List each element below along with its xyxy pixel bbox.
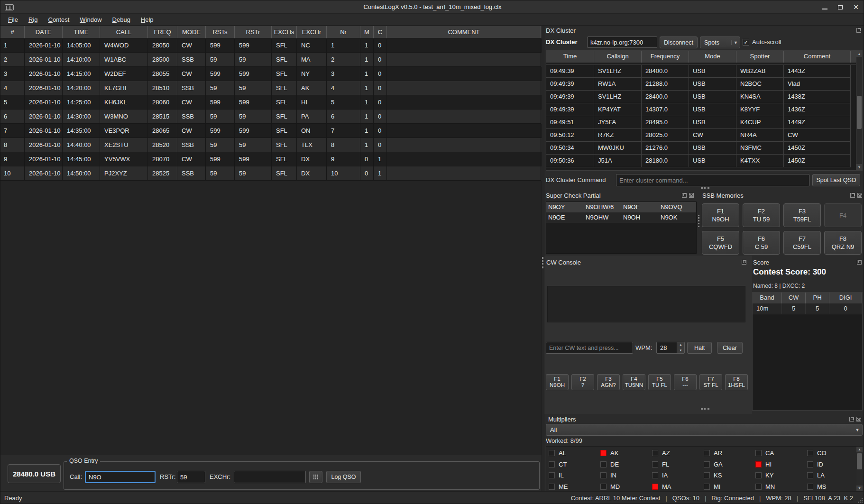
log-row-5[interactable]: 52026-01-1014:25:00KH6JKL28060CW599599SF… bbox=[0, 95, 542, 110]
multiplier-checkbox[interactable] bbox=[807, 461, 813, 467]
multiplier-il[interactable]: IL bbox=[549, 470, 600, 481]
multiplier-in[interactable]: IN bbox=[600, 470, 652, 481]
cw-f6-button[interactable]: F6--- bbox=[674, 374, 697, 390]
spot-col-spotter[interactable]: Spotter bbox=[736, 51, 784, 63]
cw-text-input[interactable] bbox=[546, 342, 633, 354]
scroll-up-icon[interactable]: ▲ bbox=[856, 51, 862, 57]
multiplier-checkbox[interactable] bbox=[807, 472, 813, 478]
multipliers-scrollbar[interactable]: ▲ ▼ bbox=[856, 447, 863, 491]
macro-keypad-button[interactable] bbox=[309, 471, 322, 483]
log-col-comment[interactable]: COMMENT bbox=[387, 26, 541, 38]
scrollbar-thumb[interactable] bbox=[857, 453, 862, 469]
cw-f7-button[interactable]: F7ST FL bbox=[699, 374, 722, 390]
spot-row-8[interactable]: 09:50:36J51A28180.0USBK4TXX1450Z bbox=[546, 155, 862, 167]
log-row-4[interactable]: 42026-01-1014:20:00KL7GHI28510SSB5959SFL… bbox=[0, 81, 542, 95]
log-col-rstr[interactable]: RSTr bbox=[235, 26, 272, 38]
multipliers-filter-dropdown[interactable]: All ▼ bbox=[546, 424, 863, 436]
multiplier-checkbox[interactable] bbox=[755, 472, 762, 478]
log-col-nr[interactable]: Nr bbox=[327, 26, 360, 38]
cw-console-float-icon[interactable] bbox=[742, 260, 746, 265]
spinner-up-icon[interactable]: ▲ bbox=[677, 342, 684, 348]
log-col-mode[interactable]: MODE bbox=[177, 26, 206, 38]
cw-f5-button[interactable]: F5TU FL bbox=[648, 374, 671, 390]
minimize-button[interactable] bbox=[821, 3, 828, 11]
score-float-icon[interactable] bbox=[857, 260, 862, 265]
spot-row-7[interactable]: 09:50:34MW0JKU21276.0USBN3FMC1450Z bbox=[546, 142, 862, 155]
spinner-down-icon[interactable]: ▼ bbox=[677, 348, 684, 354]
log-col-#[interactable]: # bbox=[0, 26, 25, 38]
multiplier-mi[interactable]: MI bbox=[704, 481, 755, 493]
multiplier-ma[interactable]: MA bbox=[652, 481, 704, 493]
multiplier-checkbox[interactable] bbox=[600, 484, 607, 490]
ssb-memory-f8-button[interactable]: F8QRZ N9 bbox=[824, 231, 862, 255]
cw-f2-button[interactable]: F2? bbox=[571, 374, 594, 390]
multiplier-checkbox[interactable] bbox=[704, 484, 710, 490]
spot-col-time[interactable]: Time bbox=[546, 51, 594, 63]
cw-f4-button[interactable]: F4TU5NN bbox=[623, 374, 645, 390]
log-row-6[interactable]: 62026-01-1014:30:00W3MNO28515SSB5959SFLP… bbox=[0, 110, 542, 124]
resize-grip[interactable] bbox=[858, 498, 863, 503]
multiplier-id[interactable]: ID bbox=[807, 459, 859, 470]
scp-callsign[interactable]: N9OK bbox=[659, 212, 696, 223]
log-row-9[interactable]: 92026-01-1014:45:00YV5VWX28070CW599599SF… bbox=[0, 152, 542, 166]
scp-callsign[interactable]: N9OY bbox=[546, 202, 584, 212]
scp-float-icon[interactable] bbox=[682, 193, 687, 198]
multiplier-checkbox[interactable] bbox=[807, 450, 813, 456]
spot-col-comment[interactable]: Comment bbox=[784, 51, 851, 63]
spot-row-2[interactable]: 09:49:39RW1A21288.0USBN2BOCVlad bbox=[546, 78, 862, 91]
ssb-memory-f1-button[interactable]: F1N9OH bbox=[702, 203, 739, 227]
multiplier-ga[interactable]: GA bbox=[704, 459, 755, 470]
wpm-spinner[interactable]: 28 ▲ ▼ bbox=[656, 342, 685, 354]
ssb-close-icon[interactable] bbox=[857, 193, 862, 198]
multiplier-mn[interactable]: MN bbox=[755, 481, 807, 493]
multiplier-checkbox[interactable] bbox=[600, 461, 607, 467]
close-button[interactable]: ✕ bbox=[852, 3, 860, 11]
multiplier-checkbox[interactable] bbox=[652, 484, 658, 490]
scroll-down-icon[interactable]: ▼ bbox=[856, 486, 863, 491]
dx-spots-scrollbar[interactable]: ▲ ▼ bbox=[856, 51, 862, 170]
scp-close-icon[interactable] bbox=[689, 193, 694, 198]
scp-callsign[interactable]: N9OH bbox=[621, 212, 659, 223]
ssb-memory-f3-button[interactable]: F3T59FL bbox=[783, 203, 821, 227]
spot-row-4[interactable]: 09:49:39KP4YAT14307.0USBK8YYF1436Z bbox=[546, 103, 862, 116]
multiplier-de[interactable]: DE bbox=[600, 459, 652, 470]
call-input[interactable] bbox=[85, 471, 156, 483]
multiplier-checkbox[interactable] bbox=[549, 461, 555, 467]
multiplier-ak[interactable]: AK bbox=[600, 448, 652, 459]
multiplier-checkbox[interactable] bbox=[652, 450, 658, 456]
log-row-2[interactable]: 22026-01-1014:10:00W1ABC28500SSB5959SFLM… bbox=[0, 53, 542, 67]
multiplier-hi[interactable]: HI bbox=[755, 459, 807, 470]
scroll-up-icon[interactable]: ▲ bbox=[856, 447, 863, 452]
menu-rig[interactable]: Rig bbox=[23, 14, 43, 25]
scroll-down-icon[interactable]: ▼ bbox=[856, 164, 862, 170]
multiplier-checkbox[interactable] bbox=[755, 484, 762, 490]
multiplier-co[interactable]: CO bbox=[807, 448, 859, 459]
spots-dropdown[interactable]: Spots ▼ bbox=[700, 37, 740, 48]
log-col-date[interactable]: DATE bbox=[25, 26, 63, 38]
spot-col-callsign[interactable]: Callsign bbox=[594, 51, 642, 63]
multiplier-al[interactable]: AL bbox=[549, 448, 600, 459]
cluster-command-input[interactable] bbox=[616, 174, 809, 186]
autoscroll-checkbox[interactable]: ✓ bbox=[743, 39, 749, 46]
multiplier-checkbox[interactable] bbox=[549, 484, 555, 490]
menu-debug[interactable]: Debug bbox=[107, 14, 136, 25]
multiplier-checkbox[interactable] bbox=[652, 472, 658, 478]
multiplier-me[interactable]: ME bbox=[549, 481, 600, 493]
log-col-exchs[interactable]: EXCHs bbox=[272, 26, 297, 38]
ssb-memory-f6-button[interactable]: F6C 59 bbox=[743, 231, 780, 255]
menu-file[interactable]: File bbox=[3, 14, 23, 25]
log-row-7[interactable]: 72026-01-1014:35:00VE3PQR28065CW599599SF… bbox=[0, 124, 542, 138]
multiplier-ms[interactable]: MS bbox=[807, 481, 859, 493]
multiplier-checkbox[interactable] bbox=[704, 461, 710, 467]
scrollbar-thumb[interactable] bbox=[857, 96, 862, 129]
scp-callsign[interactable]: N9OE bbox=[546, 212, 584, 223]
multiplier-checkbox[interactable] bbox=[807, 484, 813, 490]
log-col-time[interactable]: TIME bbox=[63, 26, 100, 38]
multiplier-checkbox[interactable] bbox=[704, 450, 710, 456]
multiplier-checkbox[interactable] bbox=[704, 472, 710, 478]
splitter-handle[interactable] bbox=[701, 187, 709, 189]
log-col-call[interactable]: CALL bbox=[100, 26, 148, 38]
multipliers-close-icon[interactable] bbox=[856, 417, 861, 422]
multiplier-checkbox[interactable] bbox=[549, 472, 555, 478]
ssb-memory-f5-button[interactable]: F5CQWFD bbox=[702, 231, 739, 255]
